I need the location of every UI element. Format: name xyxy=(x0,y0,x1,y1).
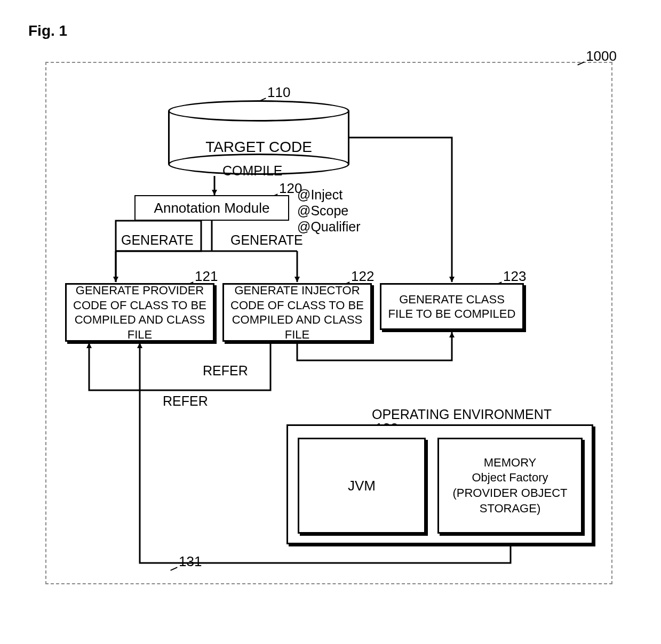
figure-label: Fig. 1 xyxy=(28,22,67,39)
memory-label: MEMORY Object Factory (PROVIDER OBJECT S… xyxy=(442,455,578,516)
ref-gen-provider: 121 xyxy=(186,268,218,285)
annotation-inject: @Inject xyxy=(297,187,360,203)
node-annotation-module: Annotation Module xyxy=(134,195,289,221)
gen-class-label: GENERATE CLASS FILE TO BE COMPILED xyxy=(386,292,518,321)
annotation-qualifier: @Qualifier xyxy=(297,219,360,235)
edge-label-refer-lower: REFER xyxy=(163,393,208,409)
edge-label-compile: COMPILE xyxy=(222,163,283,179)
edge-label-refer-upper: REFER xyxy=(203,363,248,379)
op-env-title: OPERATING ENVIRONMENT xyxy=(372,407,552,422)
edge-label-generate-left: GENERATE xyxy=(121,232,194,248)
jvm-label: JVM xyxy=(348,478,376,494)
ref-memory: 131 xyxy=(170,553,202,570)
diagram-boundary: 1000 110 120 121 122 123 130 131 TARGET … xyxy=(45,62,612,584)
ref-gen-class: 123 xyxy=(495,268,526,285)
node-memory: MEMORY Object Factory (PROVIDER OBJECT S… xyxy=(437,438,583,534)
annotation-scope: @Scope xyxy=(297,203,360,219)
node-gen-provider: GENERATE PROVIDER CODE OF CLASS TO BE CO… xyxy=(65,283,214,342)
target-code-label: TARGET CODE xyxy=(168,139,349,156)
annotation-module-label: Annotation Module xyxy=(154,199,270,217)
node-op-env: JVM MEMORY Object Factory (PROVIDER OBJE… xyxy=(286,424,593,544)
ref-target-code: 110 xyxy=(259,84,290,101)
gen-injector-label: GENERATE INJECTOR CODE OF CLASS TO BE CO… xyxy=(228,283,366,342)
node-jvm: JVM xyxy=(298,438,426,534)
annotations-side-list: @Inject @Scope @Qualifier xyxy=(297,187,360,235)
gen-provider-label: GENERATE PROVIDER CODE OF CLASS TO BE CO… xyxy=(71,283,209,342)
ref-gen-injector: 122 xyxy=(343,268,374,285)
ref-outer: 1000 xyxy=(577,48,617,65)
node-gen-class: GENERATE CLASS FILE TO BE COMPILED xyxy=(380,283,524,330)
node-gen-injector: GENERATE INJECTOR CODE OF CLASS TO BE CO… xyxy=(222,283,372,342)
edge-label-generate-right: GENERATE xyxy=(230,232,303,248)
